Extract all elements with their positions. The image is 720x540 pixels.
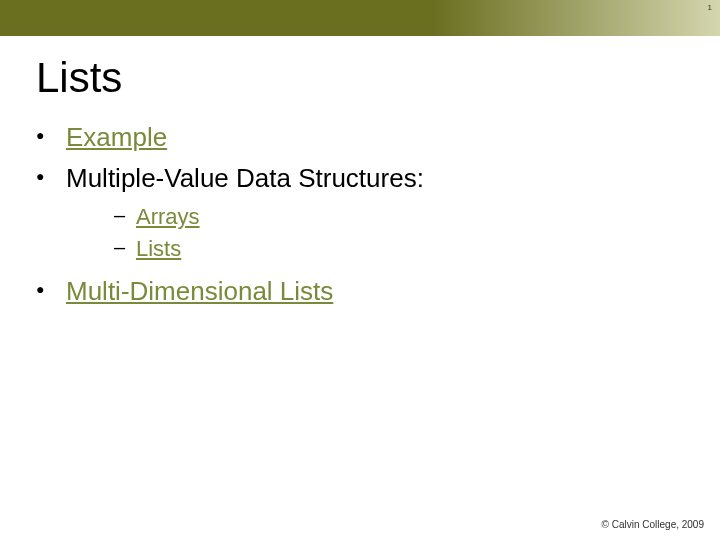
link-lists[interactable]: Lists: [136, 236, 181, 261]
page-number: 1: [708, 3, 712, 12]
header-bar: 1: [0, 0, 720, 36]
bullet-item-multidim: Multi-Dimensional Lists: [36, 274, 720, 309]
bullet-item-example: Example: [36, 120, 720, 155]
link-arrays[interactable]: Arrays: [136, 204, 200, 229]
sub-bullet-lists: Lists: [114, 234, 720, 264]
text-multivalue: Multiple-Value Data Structures:: [66, 163, 424, 193]
sub-bullet-list: Arrays Lists: [114, 202, 720, 263]
bullet-list: Example Multiple-Value Data Structures: …: [36, 120, 720, 309]
link-multidim[interactable]: Multi-Dimensional Lists: [66, 276, 333, 306]
bullet-item-multivalue: Multiple-Value Data Structures: Arrays L…: [36, 161, 720, 263]
link-example[interactable]: Example: [66, 122, 167, 152]
sub-bullet-arrays: Arrays: [114, 202, 720, 232]
slide-title: Lists: [36, 54, 720, 102]
footer-copyright: © Calvin College, 2009: [602, 519, 704, 530]
